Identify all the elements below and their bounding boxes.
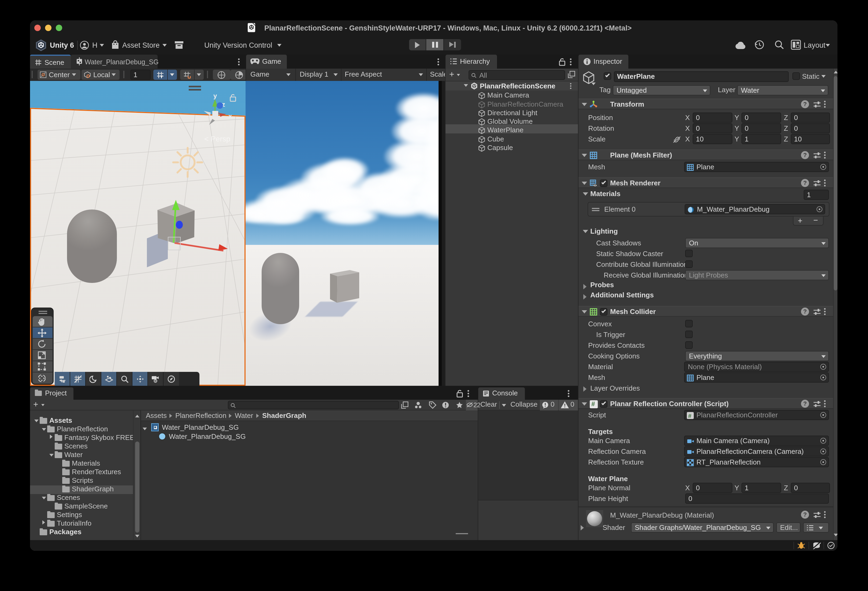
svg-text:Y: Y — [160, 75, 163, 79]
svg-text:y: y — [213, 92, 217, 99]
svg-text:x: x — [229, 112, 232, 120]
